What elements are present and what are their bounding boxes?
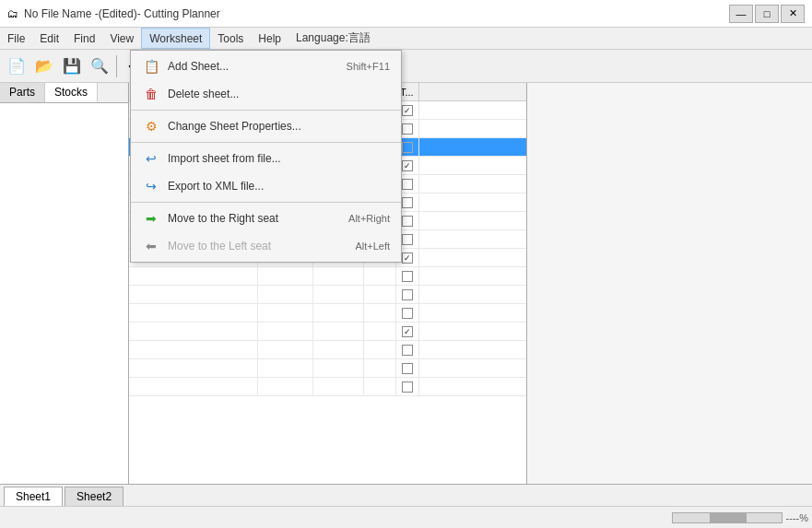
toolbar: 📄📂💾🔍↩▶⬇🔎🔍➕📦📤 xyxy=(0,50,812,83)
mini-checkbox[interactable] xyxy=(402,142,413,153)
dropdown-item-move-right[interactable]: ➡Move to the Right seatAlt+Right xyxy=(131,205,401,232)
dropdown-item-delete-sheet[interactable]: 🗑Delete sheet... xyxy=(131,80,401,108)
toolbar-open-button[interactable]: 📂 xyxy=(31,53,57,79)
left-content xyxy=(0,103,128,484)
status-bar: ----% xyxy=(0,506,812,528)
title-left: 🗂 No File Name -(Edited)- Cutting Planne… xyxy=(7,7,220,20)
tab-parts[interactable]: Parts xyxy=(0,83,45,102)
scroll-track[interactable] xyxy=(672,512,783,523)
dropdown-item-icon-delete-sheet: 🗑 xyxy=(142,85,160,103)
grid-cell-quantity xyxy=(364,286,396,303)
tab-stocks[interactable]: Stocks xyxy=(45,83,98,102)
grid-cell-checkbox[interactable] xyxy=(396,341,419,358)
grid-cell-height xyxy=(313,286,364,303)
mini-checkbox[interactable] xyxy=(402,179,413,190)
maximize-button[interactable]: □ xyxy=(755,5,779,23)
grid-cell-n xyxy=(258,359,313,377)
right-panel xyxy=(526,83,812,484)
dropdown-item-change-props[interactable]: ⚙Change Sheet Properties... xyxy=(131,112,401,140)
dropdown-item-label-delete-sheet: Delete sheet... xyxy=(168,88,239,100)
grid-cell-checkbox[interactable] xyxy=(396,304,419,322)
grid-cell-left xyxy=(129,286,258,303)
main-area: PartsStocks nHeightQu...T... xyxy=(0,83,812,484)
table-row[interactable] xyxy=(129,359,526,378)
table-row[interactable] xyxy=(129,304,526,323)
grid-cell-left xyxy=(129,323,258,340)
close-button[interactable]: ✕ xyxy=(781,5,805,23)
grid-cell-checkbox[interactable] xyxy=(396,378,419,395)
mini-checkbox[interactable] xyxy=(402,381,413,393)
menu-item-language---[interactable]: Language:言語 xyxy=(288,28,378,49)
grid-cell-height xyxy=(313,304,364,322)
dropdown-item-label-import: Import sheet from file... xyxy=(168,152,281,165)
grid-cell-quantity xyxy=(364,267,396,285)
grid-cell-checkbox[interactable] xyxy=(396,359,419,377)
grid-cell-n xyxy=(258,304,313,322)
sheet-tab-sheet2[interactable]: Sheet2 xyxy=(65,487,124,506)
dropdown-item-shortcut-move-right: Alt+Right xyxy=(348,213,390,224)
grid-cell-left xyxy=(129,304,258,322)
dropdown-item-shortcut-move-left: Alt+Left xyxy=(355,241,390,252)
mini-checkbox[interactable] xyxy=(402,271,413,282)
dropdown-item-label-export: Export to XML file... xyxy=(168,180,264,193)
grid-cell-left xyxy=(129,378,258,395)
sheet-tab-sheet1[interactable]: Sheet1 xyxy=(4,487,63,506)
mini-checkbox[interactable] xyxy=(402,197,413,208)
grid-cell-checkbox[interactable] xyxy=(396,267,419,285)
toolbar-save-button[interactable]: 💾 xyxy=(59,53,85,79)
mini-checkbox[interactable] xyxy=(402,289,413,300)
table-row[interactable] xyxy=(129,378,526,396)
grid-cell-checkbox[interactable] xyxy=(396,323,419,340)
mini-checkbox[interactable] xyxy=(402,234,413,245)
dropdown-separator xyxy=(131,110,401,111)
dropdown-item-icon-move-left: ⬅ xyxy=(142,237,160,255)
mini-checkbox[interactable] xyxy=(402,105,413,116)
mini-checkbox[interactable] xyxy=(402,123,413,135)
menu-item-help[interactable]: Help xyxy=(251,28,288,49)
dropdown-item-add-sheet[interactable]: 📋Add Sheet...Shift+F11 xyxy=(131,53,401,80)
dropdown-item-icon-export: ↪ xyxy=(142,177,160,195)
mini-checkbox[interactable] xyxy=(402,363,413,374)
dropdown-item-label-add-sheet: Add Sheet... xyxy=(168,60,229,73)
menu-item-find[interactable]: Find xyxy=(66,28,102,49)
grid-cell-quantity xyxy=(364,304,396,322)
table-row[interactable] xyxy=(129,341,526,359)
dropdown-item-icon-move-right: ➡ xyxy=(142,209,160,228)
menu-item-view[interactable]: View xyxy=(102,28,141,49)
title-controls: — □ ✕ xyxy=(729,5,805,23)
minimize-button[interactable]: — xyxy=(729,5,753,23)
table-row[interactable] xyxy=(129,267,526,286)
grid-cell-left xyxy=(129,267,258,285)
worksheet-dropdown-menu: 📋Add Sheet...Shift+F11🗑Delete sheet...⚙C… xyxy=(130,50,402,263)
menu-item-file[interactable]: File xyxy=(0,28,32,49)
dropdown-separator xyxy=(131,202,401,203)
dropdown-item-move-left: ⬅Move to the Left seatAlt+Left xyxy=(131,232,401,260)
menu-item-tools[interactable]: Tools xyxy=(210,28,251,49)
mini-checkbox[interactable] xyxy=(402,160,413,171)
dropdown-item-icon-add-sheet: 📋 xyxy=(142,57,160,76)
toolbar-new-button[interactable]: 📄 xyxy=(4,53,29,79)
dropdown-item-shortcut-add-sheet: Shift+F11 xyxy=(347,61,390,72)
title-bar: 🗂 No File Name -(Edited)- Cutting Planne… xyxy=(0,0,812,28)
dropdown-item-export[interactable]: ↪Export to XML file... xyxy=(131,172,401,200)
dropdown-item-import[interactable]: ↩Import sheet from file... xyxy=(131,145,401,172)
table-row[interactable] xyxy=(129,286,526,304)
menu-bar: FileEditFindViewWorksheetToolsHelpLangua… xyxy=(0,28,812,50)
grid-cell-checkbox[interactable] xyxy=(396,286,419,303)
mini-checkbox[interactable] xyxy=(402,252,413,264)
dropdown-item-label-change-props: Change Sheet Properties... xyxy=(168,120,301,133)
mini-checkbox[interactable] xyxy=(402,345,413,356)
grid-cell-n xyxy=(258,286,313,303)
mini-checkbox[interactable] xyxy=(402,326,413,337)
title-text: No File Name -(Edited)- Cutting Planner xyxy=(24,7,220,20)
mini-checkbox[interactable] xyxy=(402,308,413,319)
mini-checkbox[interactable] xyxy=(402,216,413,227)
left-panel: PartsStocks xyxy=(0,83,129,484)
menu-item-edit[interactable]: Edit xyxy=(32,28,66,49)
table-row[interactable] xyxy=(129,323,526,341)
toolbar-find-button[interactable]: 🔍 xyxy=(87,53,112,79)
dropdown-item-icon-import: ↩ xyxy=(142,149,160,168)
dropdown-item-label-move-right: Move to the Right seat xyxy=(168,212,278,225)
menu-item-worksheet[interactable]: Worksheet xyxy=(141,28,210,49)
toolbar-separator xyxy=(116,55,117,77)
